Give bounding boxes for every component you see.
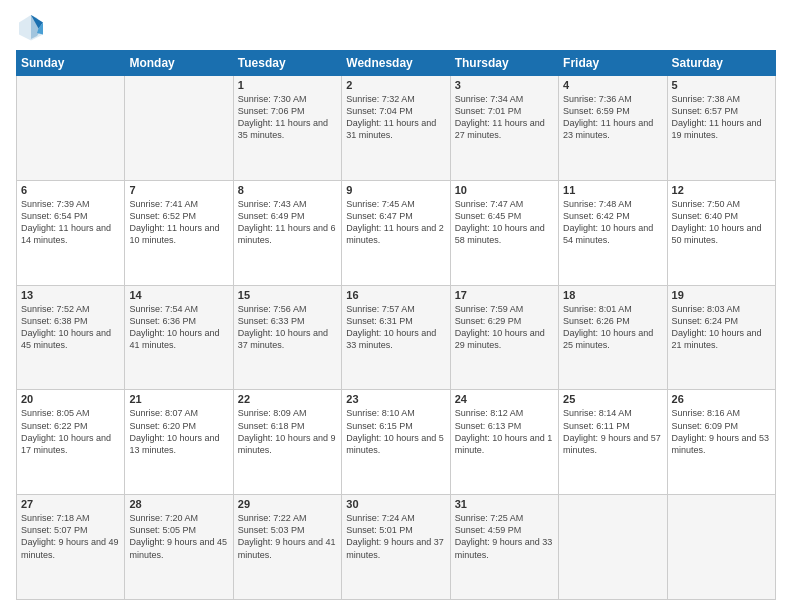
day-cell: 17Sunrise: 7:59 AM Sunset: 6:29 PM Dayli…: [450, 285, 558, 390]
week-row-4: 27Sunrise: 7:18 AM Sunset: 5:07 PM Dayli…: [17, 495, 776, 600]
header: [16, 12, 776, 42]
day-cell: 12Sunrise: 7:50 AM Sunset: 6:40 PM Dayli…: [667, 180, 775, 285]
day-number: 4: [563, 79, 662, 91]
day-cell: 27Sunrise: 7:18 AM Sunset: 5:07 PM Dayli…: [17, 495, 125, 600]
day-cell: 8Sunrise: 7:43 AM Sunset: 6:49 PM Daylig…: [233, 180, 341, 285]
day-cell: 22Sunrise: 8:09 AM Sunset: 6:18 PM Dayli…: [233, 390, 341, 495]
page: SundayMondayTuesdayWednesdayThursdayFrid…: [0, 0, 792, 612]
day-number: 18: [563, 289, 662, 301]
day-content: Sunrise: 8:12 AM Sunset: 6:13 PM Dayligh…: [455, 407, 554, 456]
day-content: Sunrise: 8:01 AM Sunset: 6:26 PM Dayligh…: [563, 303, 662, 352]
day-cell: 6Sunrise: 7:39 AM Sunset: 6:54 PM Daylig…: [17, 180, 125, 285]
day-cell: 21Sunrise: 8:07 AM Sunset: 6:20 PM Dayli…: [125, 390, 233, 495]
day-number: 26: [672, 393, 771, 405]
day-content: Sunrise: 8:10 AM Sunset: 6:15 PM Dayligh…: [346, 407, 445, 456]
day-number: 13: [21, 289, 120, 301]
day-number: 28: [129, 498, 228, 510]
day-content: Sunrise: 8:07 AM Sunset: 6:20 PM Dayligh…: [129, 407, 228, 456]
col-header-monday: Monday: [125, 51, 233, 76]
day-number: 9: [346, 184, 445, 196]
day-content: Sunrise: 7:39 AM Sunset: 6:54 PM Dayligh…: [21, 198, 120, 247]
day-cell: 15Sunrise: 7:56 AM Sunset: 6:33 PM Dayli…: [233, 285, 341, 390]
day-content: Sunrise: 7:59 AM Sunset: 6:29 PM Dayligh…: [455, 303, 554, 352]
week-row-0: 1Sunrise: 7:30 AM Sunset: 7:06 PM Daylig…: [17, 76, 776, 181]
day-number: 20: [21, 393, 120, 405]
day-number: 24: [455, 393, 554, 405]
day-content: Sunrise: 7:34 AM Sunset: 7:01 PM Dayligh…: [455, 93, 554, 142]
day-number: 19: [672, 289, 771, 301]
day-number: 1: [238, 79, 337, 91]
day-content: Sunrise: 8:09 AM Sunset: 6:18 PM Dayligh…: [238, 407, 337, 456]
day-cell: 3Sunrise: 7:34 AM Sunset: 7:01 PM Daylig…: [450, 76, 558, 181]
day-content: Sunrise: 8:03 AM Sunset: 6:24 PM Dayligh…: [672, 303, 771, 352]
logo: [16, 12, 50, 42]
day-content: Sunrise: 8:14 AM Sunset: 6:11 PM Dayligh…: [563, 407, 662, 456]
day-content: Sunrise: 7:30 AM Sunset: 7:06 PM Dayligh…: [238, 93, 337, 142]
day-number: 31: [455, 498, 554, 510]
day-cell: 13Sunrise: 7:52 AM Sunset: 6:38 PM Dayli…: [17, 285, 125, 390]
day-number: 23: [346, 393, 445, 405]
day-number: 5: [672, 79, 771, 91]
calendar-table: SundayMondayTuesdayWednesdayThursdayFrid…: [16, 50, 776, 600]
day-content: Sunrise: 7:38 AM Sunset: 6:57 PM Dayligh…: [672, 93, 771, 142]
day-content: Sunrise: 7:57 AM Sunset: 6:31 PM Dayligh…: [346, 303, 445, 352]
day-content: Sunrise: 7:52 AM Sunset: 6:38 PM Dayligh…: [21, 303, 120, 352]
week-row-3: 20Sunrise: 8:05 AM Sunset: 6:22 PM Dayli…: [17, 390, 776, 495]
day-cell: 20Sunrise: 8:05 AM Sunset: 6:22 PM Dayli…: [17, 390, 125, 495]
day-number: 21: [129, 393, 228, 405]
day-content: Sunrise: 7:50 AM Sunset: 6:40 PM Dayligh…: [672, 198, 771, 247]
day-cell: 29Sunrise: 7:22 AM Sunset: 5:03 PM Dayli…: [233, 495, 341, 600]
day-cell: 30Sunrise: 7:24 AM Sunset: 5:01 PM Dayli…: [342, 495, 450, 600]
day-cell: 25Sunrise: 8:14 AM Sunset: 6:11 PM Dayli…: [559, 390, 667, 495]
day-cell: 23Sunrise: 8:10 AM Sunset: 6:15 PM Dayli…: [342, 390, 450, 495]
day-cell: 28Sunrise: 7:20 AM Sunset: 5:05 PM Dayli…: [125, 495, 233, 600]
day-cell: 2Sunrise: 7:32 AM Sunset: 7:04 PM Daylig…: [342, 76, 450, 181]
day-number: 7: [129, 184, 228, 196]
day-cell: 16Sunrise: 7:57 AM Sunset: 6:31 PM Dayli…: [342, 285, 450, 390]
day-content: Sunrise: 7:20 AM Sunset: 5:05 PM Dayligh…: [129, 512, 228, 561]
day-number: 25: [563, 393, 662, 405]
day-content: Sunrise: 7:22 AM Sunset: 5:03 PM Dayligh…: [238, 512, 337, 561]
header-row: SundayMondayTuesdayWednesdayThursdayFrid…: [17, 51, 776, 76]
day-content: Sunrise: 7:47 AM Sunset: 6:45 PM Dayligh…: [455, 198, 554, 247]
day-content: Sunrise: 7:48 AM Sunset: 6:42 PM Dayligh…: [563, 198, 662, 247]
week-row-1: 6Sunrise: 7:39 AM Sunset: 6:54 PM Daylig…: [17, 180, 776, 285]
day-number: 10: [455, 184, 554, 196]
day-number: 6: [21, 184, 120, 196]
day-number: 15: [238, 289, 337, 301]
day-cell: 19Sunrise: 8:03 AM Sunset: 6:24 PM Dayli…: [667, 285, 775, 390]
day-content: Sunrise: 8:05 AM Sunset: 6:22 PM Dayligh…: [21, 407, 120, 456]
day-cell: [125, 76, 233, 181]
week-row-2: 13Sunrise: 7:52 AM Sunset: 6:38 PM Dayli…: [17, 285, 776, 390]
day-number: 30: [346, 498, 445, 510]
day-number: 11: [563, 184, 662, 196]
day-number: 14: [129, 289, 228, 301]
day-content: Sunrise: 7:41 AM Sunset: 6:52 PM Dayligh…: [129, 198, 228, 247]
day-number: 3: [455, 79, 554, 91]
col-header-sunday: Sunday: [17, 51, 125, 76]
col-header-tuesday: Tuesday: [233, 51, 341, 76]
day-number: 2: [346, 79, 445, 91]
day-number: 17: [455, 289, 554, 301]
day-number: 8: [238, 184, 337, 196]
day-content: Sunrise: 7:54 AM Sunset: 6:36 PM Dayligh…: [129, 303, 228, 352]
day-number: 27: [21, 498, 120, 510]
col-header-friday: Friday: [559, 51, 667, 76]
day-cell: 14Sunrise: 7:54 AM Sunset: 6:36 PM Dayli…: [125, 285, 233, 390]
day-cell: 5Sunrise: 7:38 AM Sunset: 6:57 PM Daylig…: [667, 76, 775, 181]
day-cell: 4Sunrise: 7:36 AM Sunset: 6:59 PM Daylig…: [559, 76, 667, 181]
day-cell: 10Sunrise: 7:47 AM Sunset: 6:45 PM Dayli…: [450, 180, 558, 285]
day-content: Sunrise: 7:56 AM Sunset: 6:33 PM Dayligh…: [238, 303, 337, 352]
day-number: 29: [238, 498, 337, 510]
day-cell: 24Sunrise: 8:12 AM Sunset: 6:13 PM Dayli…: [450, 390, 558, 495]
day-cell: 1Sunrise: 7:30 AM Sunset: 7:06 PM Daylig…: [233, 76, 341, 181]
col-header-saturday: Saturday: [667, 51, 775, 76]
day-cell: 11Sunrise: 7:48 AM Sunset: 6:42 PM Dayli…: [559, 180, 667, 285]
day-cell: [667, 495, 775, 600]
day-number: 12: [672, 184, 771, 196]
day-cell: [559, 495, 667, 600]
day-content: Sunrise: 7:18 AM Sunset: 5:07 PM Dayligh…: [21, 512, 120, 561]
logo-icon: [16, 12, 46, 42]
day-content: Sunrise: 7:25 AM Sunset: 4:59 PM Dayligh…: [455, 512, 554, 561]
day-cell: 18Sunrise: 8:01 AM Sunset: 6:26 PM Dayli…: [559, 285, 667, 390]
